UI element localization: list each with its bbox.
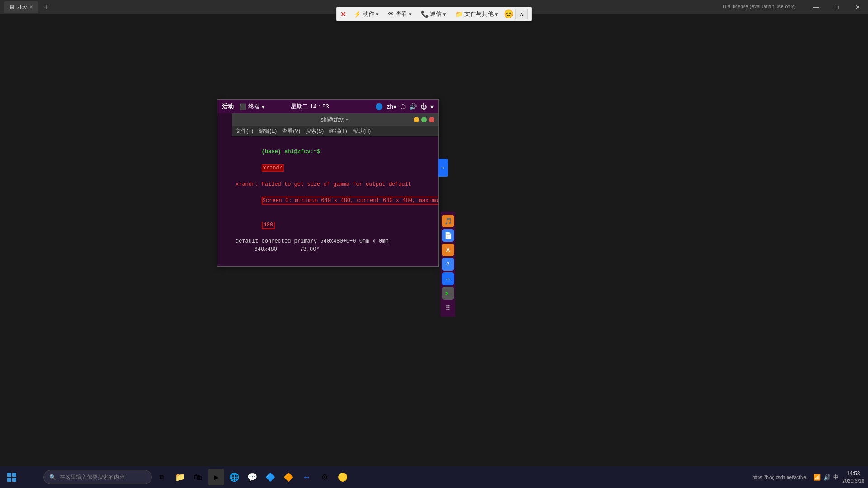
chrome-icon[interactable]: 🌐 bbox=[226, 469, 242, 485]
teamviewer-side-handle[interactable]: ↔ bbox=[438, 159, 448, 177]
file-dropdown-icon: ▾ bbox=[495, 11, 498, 18]
terminal-window-controls bbox=[414, 117, 434, 122]
terminal-line-2: xrandr: Failed to get size of gamma for … bbox=[236, 180, 434, 188]
search-icon: 🔍 bbox=[49, 474, 56, 480]
sys-dropdown-icon[interactable]: ▾ bbox=[430, 103, 434, 110]
taskbar-date: 2020/6/18 bbox=[842, 478, 864, 484]
terminal-panel-icon: ⬛ bbox=[239, 103, 246, 110]
screen-info-cont: 480 bbox=[262, 222, 275, 229]
actions-label: 动作 bbox=[363, 10, 374, 18]
dock-teamviewer-icon[interactable]: ↔ bbox=[442, 272, 454, 285]
file-button[interactable]: 📁 文件与其他 ▾ bbox=[452, 9, 502, 19]
comm-button[interactable]: 📞 通信 ▾ bbox=[417, 9, 450, 19]
ubuntu-dock: 🎵 📄 A ? ↔ >_ ⠿ bbox=[441, 212, 455, 317]
phone-icon: 📞 bbox=[421, 10, 429, 18]
dock-apps-icon[interactable]: ⠿ bbox=[442, 301, 454, 314]
view-button[interactable]: 👁 查看 ▾ bbox=[384, 9, 415, 19]
power-icon[interactable]: ⏻ bbox=[420, 103, 427, 110]
terminal-line-3: Screen 0: minimum 640 x 480, current 640… bbox=[236, 188, 434, 213]
maximize-button[interactable]: □ bbox=[826, 0, 847, 14]
url-bar: https://blog.csdn.net/active... bbox=[752, 475, 810, 480]
taskbar-terminal-icon[interactable]: ▶ bbox=[208, 469, 224, 485]
volume-icon: 🔊 bbox=[409, 103, 417, 110]
taskbar-time-area: 14:53 2020/6/18 bbox=[842, 470, 864, 484]
remote-desktop-window: 活动 ⬛ 终端 ▾ 星期二 14：53 🔵 zh▾ ⬡ 🔊 ⏻ ▾ 🎵 📄 A … bbox=[217, 99, 439, 267]
prompt-1: (base) shl@zfcv:~$ bbox=[262, 149, 321, 155]
dock-terminal-icon[interactable]: >_ bbox=[442, 287, 454, 300]
view-dropdown-icon: ▾ bbox=[409, 11, 412, 18]
dock-help-icon[interactable]: ? bbox=[442, 258, 454, 271]
dock-music-icon[interactable]: 🎵 bbox=[442, 215, 454, 227]
windows-logo bbox=[7, 473, 16, 482]
windows-taskbar: 🔍 在这里输入你要搜索的内容 ⧉ 📁 🛍 ▶ 🌐 💬 🔷 🔶 ↔ ⚙ 🟡 htt… bbox=[0, 466, 868, 488]
terminal-menubar: 文件(F) 编辑(E) 查看(V) 搜索(S) 终端(T) 帮助(H) bbox=[232, 126, 438, 137]
appicon2[interactable]: 🔶 bbox=[280, 469, 297, 485]
settings-icon[interactable]: ⚙ bbox=[316, 469, 333, 485]
terminal-content[interactable]: (base) shl@zfcv:~$ xrandr xrandr: Failed… bbox=[232, 137, 438, 253]
sys-tray-area: 📶 🔊 中 bbox=[813, 474, 839, 481]
window-controls: — □ ✕ bbox=[806, 0, 868, 14]
start-button[interactable] bbox=[4, 469, 20, 485]
minimize-dot[interactable] bbox=[414, 117, 419, 122]
eye-icon: 👁 bbox=[388, 10, 394, 18]
network-tray-icon: 📶 bbox=[813, 474, 821, 481]
network-icon: ⬡ bbox=[400, 103, 406, 110]
file-explorer-icon[interactable]: 📁 bbox=[172, 469, 188, 485]
tab-favicon: 🖥 bbox=[9, 4, 14, 10]
collapse-button[interactable]: ∧ bbox=[515, 9, 528, 19]
comm-label: 通信 bbox=[430, 10, 442, 18]
view-label: 查看 bbox=[396, 10, 407, 18]
folder-icon: 📁 bbox=[455, 10, 463, 18]
volume-tray-icon: 🔊 bbox=[823, 474, 830, 481]
terminal-dropdown-icon: ▾ bbox=[262, 103, 265, 110]
collapse-icon: ∧ bbox=[520, 12, 523, 17]
maximize-dot[interactable] bbox=[421, 117, 427, 122]
terminal-panel-label: 终端 bbox=[248, 103, 260, 111]
appicon3[interactable]: 🟡 bbox=[335, 469, 351, 485]
task-view-button[interactable]: ⧉ bbox=[154, 469, 170, 485]
remote-close-button[interactable]: ✕ bbox=[340, 10, 346, 19]
menu-terminal[interactable]: 终端(T) bbox=[329, 127, 347, 135]
appicon1[interactable]: 🔷 bbox=[262, 469, 278, 485]
file-label: 文件与其他 bbox=[464, 10, 494, 18]
lang-indicator[interactable]: zh▾ bbox=[387, 103, 396, 110]
comm-dropdown-icon: ▾ bbox=[443, 11, 446, 18]
store-icon[interactable]: 🛍 bbox=[190, 469, 206, 485]
terminal-window: shl@zfcv: ~ 文件(F) 编辑(E) 查看(V) 搜索(S) 终端(T… bbox=[232, 113, 438, 266]
tab-close-button[interactable]: ✕ bbox=[29, 5, 33, 9]
close-button[interactable]: ✕ bbox=[847, 0, 868, 14]
actions-dropdown-icon: ▾ bbox=[376, 11, 379, 18]
terminal-line-4: 480 bbox=[236, 213, 434, 237]
close-dot[interactable] bbox=[429, 117, 434, 122]
screen-info-box: Screen 0: minimum 640 x 480, current 640… bbox=[262, 197, 438, 205]
menu-edit[interactable]: 编辑(E) bbox=[259, 127, 277, 135]
notification-tray[interactable]: 中 bbox=[833, 474, 839, 481]
dock-document-icon[interactable]: 📄 bbox=[442, 229, 454, 242]
menu-search[interactable]: 搜索(S) bbox=[306, 127, 324, 135]
terminal-title: shl@zfcv: ~ bbox=[321, 117, 349, 123]
menu-file[interactable]: 文件(F) bbox=[236, 127, 253, 135]
menu-view[interactable]: 查看(V) bbox=[282, 127, 300, 135]
ubuntu-panel: 活动 ⬛ 终端 ▾ 星期二 14：53 🔵 zh▾ ⬡ 🔊 ⏻ ▾ bbox=[217, 100, 438, 113]
teamviewer-taskbar-icon[interactable]: ↔ bbox=[298, 469, 315, 485]
lightning-icon: ⚡ bbox=[354, 10, 361, 18]
teamviewer-tray-icon[interactable]: 🔵 bbox=[375, 103, 383, 110]
taskbar-right: https://blog.csdn.net/active... 📶 🔊 中 14… bbox=[752, 470, 864, 484]
terminal-titlebar: shl@zfcv: ~ bbox=[232, 113, 438, 126]
menu-help[interactable]: 帮助(H) bbox=[353, 127, 371, 135]
taskbar-search[interactable]: 🔍 在这里输入你要搜索的内容 bbox=[43, 470, 152, 484]
trial-notice: Trial license (evaluation use only) bbox=[722, 4, 796, 9]
tab-add-button[interactable]: + bbox=[44, 3, 48, 11]
minimize-button[interactable]: — bbox=[806, 0, 826, 14]
terminal-line-1: (base) shl@zfcv:~$ xrandr bbox=[236, 140, 434, 180]
actions-button[interactable]: ⚡ 动作 ▾ bbox=[350, 9, 382, 19]
terminal-menu[interactable]: ⬛ 终端 ▾ bbox=[239, 103, 265, 111]
terminal-line-5: default connected primary 640x480+0+0 0m… bbox=[236, 237, 434, 245]
tab-label: zfcv bbox=[17, 4, 27, 10]
activities-button[interactable]: 活动 bbox=[222, 103, 234, 111]
browser-tab[interactable]: 🖥 zfcv ✕ bbox=[4, 1, 38, 13]
dock-app-icon[interactable]: A bbox=[442, 244, 454, 256]
wechat-icon[interactable]: 💬 bbox=[244, 469, 260, 485]
sys-tray: 🔵 zh▾ ⬡ 🔊 ⏻ ▾ bbox=[375, 103, 434, 110]
emoji-button[interactable]: 😊 bbox=[504, 9, 514, 19]
